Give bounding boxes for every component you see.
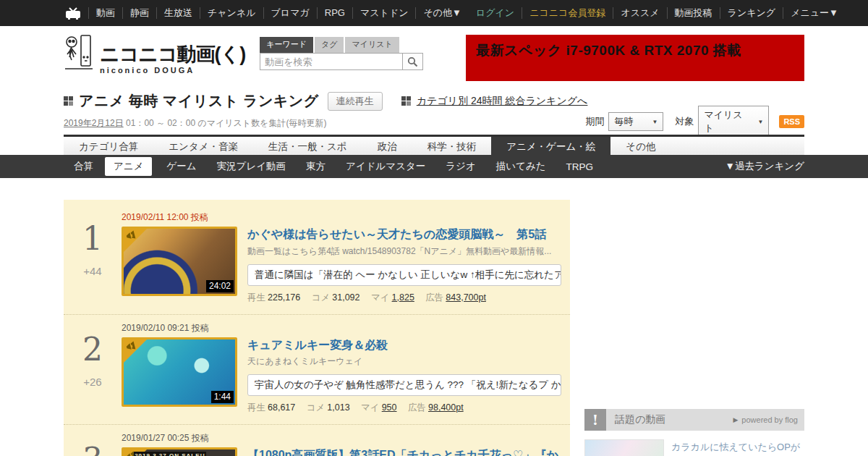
logo-title: ニコニコ動画(く): [100, 45, 245, 64]
thumbnail-caption: 2019.3.27 ON SALE!!: [134, 452, 206, 456]
topic-video-title[interactable]: カラカルに怯えていたらOPが始まってしまった...: [671, 439, 804, 456]
sub-tab-total[interactable]: 合算: [64, 160, 103, 173]
nav-recommend[interactable]: オススメ: [613, 7, 666, 19]
topic-videos-title: 話題の動画: [615, 413, 665, 426]
nicoad-megaphone-icon: [125, 341, 136, 352]
category-24h-ranking-link[interactable]: カテゴリ別 24時間 総合ランキングへ: [417, 95, 588, 108]
nav-menu[interactable]: メニュー▼: [783, 7, 846, 19]
niconico-tv-icon[interactable]: [64, 7, 88, 20]
sub-tab-trpg[interactable]: TRPG: [556, 161, 603, 172]
register-link[interactable]: ニコニコ会員登録: [522, 7, 613, 19]
video-thumbnail[interactable]: 2019.3.27 ON SALE!!: [122, 447, 237, 456]
nicoad-megaphone-icon: [125, 230, 136, 241]
ad-label: 広告: [408, 402, 426, 413]
category-tab-anime-game-art[interactable]: アニメ・ゲーム・絵: [491, 137, 610, 155]
ranking-header: アニメ 毎時 マイリスト ランキング 連続再生 カテゴリ別 24時間 総合ランキ…: [64, 81, 804, 135]
comments-count: 1,013: [327, 402, 349, 413]
nav-live[interactable]: 生放送: [156, 7, 200, 19]
rank-delta: +44: [64, 265, 122, 277]
search-button[interactable]: [403, 53, 423, 70]
category-tab-entertainment-music[interactable]: エンタメ・音楽: [153, 137, 253, 155]
global-nav-bar: 動画 静画 生放送 チャンネル ブロマガ RPG マストドン その他▼ ログイン…: [0, 0, 868, 26]
comments-label: コメ: [312, 292, 331, 303]
login-link[interactable]: ログイン: [469, 7, 522, 19]
nav-others-menu[interactable]: その他▼: [415, 7, 468, 19]
ranking-item-1: 1 +44 2019/02/11 12:00 投稿 24:02 かぐや様は告らせ…: [64, 204, 570, 314]
category-tab-life-general-sports[interactable]: 生活・一般・スポ: [253, 137, 362, 155]
video-title-link[interactable]: キュアミルキー変身＆必殺: [247, 337, 561, 353]
date-link[interactable]: 2019年2月12日: [64, 118, 124, 128]
nav-ranking[interactable]: ランキング: [720, 7, 783, 19]
video-stats: 再生225,176 コメ31,092 マイ1,825 広告843,700pt: [247, 292, 561, 304]
topic-video-item[interactable]: けものフレンズ2 カラカルに怯えていたらOPが始まってしまった...: [584, 439, 804, 456]
nav-upload[interactable]: 動画投稿: [667, 7, 720, 19]
rss-button[interactable]: RSS: [779, 115, 804, 128]
global-nav-left: 動画 静画 生放送 チャンネル ブロマガ RPG マストドン その他▼: [64, 0, 469, 26]
video-stats: 再生68,617 コメ1,013 マイ950 広告98,400pt: [247, 402, 561, 414]
past-ranking-link[interactable]: ▼過去ランキング: [726, 160, 804, 173]
duration-badge: 24:02: [206, 280, 234, 292]
nav-blomaga[interactable]: ブロマガ: [263, 7, 317, 19]
ranking-list: 1 +44 2019/02/11 12:00 投稿 24:02 かぐや様は告らせ…: [64, 200, 570, 456]
ad-points-link[interactable]: 843,700pt: [446, 292, 486, 303]
video-description: 天にあまねくミルキーウェイ: [247, 355, 561, 368]
ad-label: 広告: [425, 292, 443, 303]
powered-by-flog-link[interactable]: ▶ powered by flog: [733, 415, 798, 424]
nav-channel[interactable]: チャンネル: [200, 7, 263, 19]
category-tab-science-tech[interactable]: 科学・技術: [412, 137, 492, 155]
ad-banner[interactable]: 最新スペック i7-9700K & RTX 2070 搭載: [466, 35, 804, 81]
period-select[interactable]: 毎時 ▼: [608, 112, 663, 131]
nav-rpg[interactable]: RPG: [317, 7, 352, 19]
sub-tab-game[interactable]: ゲーム: [156, 160, 206, 173]
sub-tab-letsplay[interactable]: 実況プレイ動画: [207, 160, 296, 173]
target-select[interactable]: マイリスト ▼: [698, 106, 769, 138]
play-arrow-icon: ▶: [733, 416, 738, 423]
sub-tab-bar: 合算 アニメ ゲーム 実況プレイ動画 東方 アイドルマスター ラジオ 描いてみた…: [0, 155, 868, 178]
niconico-logo[interactable]: ニコニコ動画(く) niconico DOUGA: [64, 33, 245, 75]
site-header: ニコニコ動画(く) niconico DOUGA キーワード タグ マイリスト: [0, 26, 868, 81]
grid-icon: [64, 96, 73, 106]
nav-mastodon[interactable]: マストドン: [352, 7, 416, 19]
video-title-link[interactable]: 【1080p高画質版】第3話ED「チカっとチカ千花っ♡」『かぐや様は告らせたい.…: [247, 447, 561, 456]
aggregation-period-text: 01：00 ～ 02：00 のマイリスト数を集計(毎時更新): [124, 118, 327, 128]
topic-videos-header: ! 話題の動画 ▶ powered by flog: [584, 409, 804, 431]
category-tab-bar: カテゴリ合算 エンタメ・音楽 生活・一般・スポ 政治 科学・技術 アニメ・ゲーム…: [64, 135, 804, 155]
search-box: キーワード タグ マイリスト: [260, 37, 423, 70]
views-label: 再生: [247, 402, 265, 413]
search-input[interactable]: [260, 53, 403, 70]
play-all-button[interactable]: 連続再生: [328, 92, 383, 111]
video-thumbnail[interactable]: 24:02: [122, 227, 237, 296]
duration-badge: 1:44: [211, 391, 234, 403]
ranking-item-2: 2 +26 2019/02/10 09:21 投稿 1:44 キュアミルキー変身…: [64, 314, 570, 425]
search-tab-tag[interactable]: タグ: [315, 37, 344, 53]
comments-label: コメ: [307, 402, 326, 413]
target-select-value: マイリスト: [704, 109, 750, 135]
sub-tab-touhou[interactable]: 東方: [296, 160, 336, 173]
search-tab-mylist[interactable]: マイリスト: [345, 37, 399, 53]
ad-banner-text: 最新スペック i7-9700K & RTX 2070 搭載: [476, 41, 804, 60]
rank-delta: +26: [64, 376, 122, 388]
ad-points-link[interactable]: 98,400pt: [428, 402, 464, 413]
category-tab-all[interactable]: カテゴリ合算: [64, 137, 153, 155]
niconico-mascot-icon: [64, 33, 94, 75]
views-count: 68,617: [268, 402, 295, 413]
mylist-count-link[interactable]: 1,825: [392, 292, 414, 303]
sub-tab-radio[interactable]: ラジオ: [435, 160, 485, 173]
category-tab-politics[interactable]: 政治: [362, 137, 412, 155]
sidebar: ! 話題の動画 ▶ powered by flog けものフレンズ2 カラカルに…: [584, 200, 804, 456]
video-title-link[interactable]: かぐや様は告らせたい～天才たちの恋愛頭脳戦～ 第5話: [247, 227, 561, 242]
search-tab-keyword[interactable]: キーワード: [260, 37, 313, 53]
sub-tab-drawing[interactable]: 描いてみた: [486, 160, 556, 173]
rank-number: 2: [64, 334, 122, 366]
topic-video-thumbnail[interactable]: けものフレンズ2: [584, 439, 664, 456]
nav-video[interactable]: 動画: [88, 7, 122, 19]
category-tab-other[interactable]: その他: [610, 137, 671, 155]
logo-subtitle: niconico DOUGA: [100, 66, 245, 75]
sub-tab-anime[interactable]: アニメ: [105, 157, 152, 176]
nav-seiga[interactable]: 静画: [122, 7, 156, 19]
sub-tab-idolmaster[interactable]: アイドルマスター: [336, 160, 435, 173]
mylist-count-link[interactable]: 950: [382, 402, 397, 413]
chevron-down-icon: ▼: [757, 119, 763, 125]
video-thumbnail[interactable]: 1:44: [122, 337, 237, 407]
comment-ticker: 宇宙人の女の子やぞ 触角性感帯だと思うん ??? 「祝え!新たなるプ かわいい …: [247, 374, 561, 396]
